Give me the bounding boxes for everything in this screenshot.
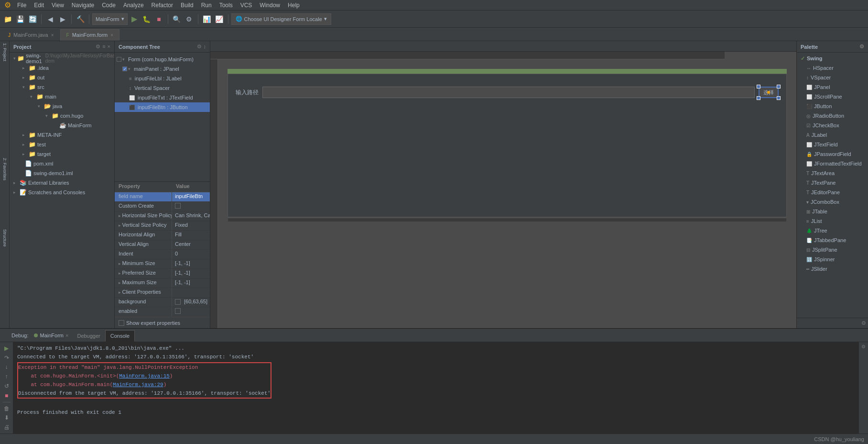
form-path-input[interactable] (262, 87, 755, 98)
palette-jtextfield[interactable]: ⬜ JTextField (797, 140, 868, 149)
step-into-btn[interactable]: ↓ (2, 363, 11, 372)
enabled-checkbox[interactable] (175, 308, 181, 314)
menu-edit[interactable]: Edit (30, 1, 48, 10)
clear-console-btn[interactable]: 🗑 (2, 404, 11, 413)
tree-item-mainform-class[interactable]: ▸ ☕ MainForm (10, 121, 114, 130)
step-over-btn[interactable]: ↷ (2, 354, 11, 362)
prop-row-minsize[interactable]: Minimum Size [-1, -1] (115, 259, 210, 269)
palette-jradiobutton[interactable]: ◎ JRadioButton (797, 111, 868, 121)
search-btn[interactable]: 🔍 (171, 13, 183, 25)
palette-jtable[interactable]: ⊞ JTable (797, 207, 868, 216)
prop-row-fieldname[interactable]: field name inputFileBtn (115, 192, 210, 202)
comp-tree-expand-icon[interactable]: ↕ (204, 44, 206, 50)
resume-btn[interactable]: ▶ (2, 344, 11, 353)
menu-tools[interactable]: Tools (216, 1, 237, 10)
menu-refactor[interactable]: Refactor (148, 1, 177, 10)
mainform-link-1[interactable]: MainForm.java:15 (119, 373, 170, 379)
comp-tree-inputfilelbl[interactable]: ≡ inputFileLbl : JLabel (115, 74, 210, 83)
palette-jlist[interactable]: ≡ JList (797, 216, 868, 226)
mainform-link-2[interactable]: MainForm.java:29 (113, 382, 163, 388)
debug-btn[interactable]: 🐛 (141, 13, 152, 25)
menu-build[interactable]: Build (177, 1, 197, 10)
comp-tree-mainpanel[interactable]: ✓ ▾ mainPanel : JPanel (115, 64, 210, 74)
debug-settings-icon[interactable]: ⚙ (861, 344, 866, 349)
tree-item-ext-libs[interactable]: ▸ 📚 External Libraries (10, 178, 114, 188)
comp-tree-vspacer[interactable]: ↕ Vertical Spacer (115, 83, 210, 93)
palette-jtextarea[interactable]: T JTextArea (797, 168, 868, 178)
coverage-btn[interactable]: 📊 (201, 13, 213, 25)
menu-run[interactable]: Run (197, 1, 216, 10)
custom-create-checkbox[interactable] (175, 203, 181, 209)
save-btn[interactable]: 💾 (14, 13, 26, 25)
show-expert-props-btn[interactable]: Show expert properties (115, 317, 210, 328)
print-btn[interactable]: 🖨 (2, 423, 11, 432)
palette-jsplitpane[interactable]: ⊟ JSplitPane (797, 245, 868, 255)
project-sidebar-icon[interactable]: 1: Project (2, 43, 7, 61)
palette-jpasswordfield[interactable]: 🔒 JPasswordField (797, 149, 868, 159)
menu-navigate[interactable]: Navigate (68, 1, 98, 10)
palette-swing-header[interactable]: ✓ Swing (797, 54, 868, 63)
comp-tree-inputfiletxt[interactable]: ⬜ inputFileTxt : JTextField (115, 93, 210, 102)
sync-btn[interactable]: 🔄 (27, 13, 38, 25)
form-container[interactable]: 输入路径 选择 (228, 74, 787, 217)
tree-item-comhugo[interactable]: ▾ 📁 com.hugo (10, 111, 114, 121)
debug-tab-debugger[interactable]: Debugger (72, 330, 105, 342)
tree-item-out[interactable]: ▸ 📁 out (10, 73, 114, 82)
palette-jlabel[interactable]: A JLabel (797, 130, 868, 140)
new-project-btn[interactable]: 📁 (2, 13, 13, 25)
tree-item-target[interactable]: ▸ 📁 target (10, 149, 114, 159)
prop-row-maxsize[interactable]: Maximum Size [-1, -1] (115, 278, 210, 288)
prop-row-valign[interactable]: Vertical Align Center (115, 240, 210, 250)
form-scroll-area[interactable]: 输入路径 选择 (218, 59, 796, 328)
menu-code[interactable]: Code (98, 1, 119, 10)
menu-view[interactable]: View (48, 1, 68, 10)
menu-vcs[interactable]: VCS (237, 1, 256, 10)
favorites-sidebar-icon[interactable]: Structure (2, 229, 7, 247)
menu-help[interactable]: Help (284, 1, 304, 10)
palette-jtree[interactable]: 🌲 JTree (797, 226, 868, 235)
profile-btn[interactable]: 📈 (214, 13, 225, 25)
resize-handle-tr[interactable] (777, 85, 781, 89)
tab-mainform-java[interactable]: J MainForm.java × (2, 29, 60, 41)
comp-tree-gear-icon[interactable]: ⚙ (197, 44, 202, 50)
prop-row-prefsize[interactable]: Preferred Size [-1, -1] (115, 269, 210, 278)
scroll-end-btn[interactable]: ⬇ (2, 413, 11, 422)
forward-btn[interactable]: ▶ (57, 13, 68, 25)
back-btn[interactable]: ◀ (44, 13, 56, 25)
panel-close-icon[interactable]: × (108, 44, 110, 50)
palette-jscrollpane[interactable]: ⬜ JScrollPane (797, 92, 868, 101)
tree-item-main[interactable]: ▾ 📁 main (10, 92, 114, 101)
tree-item-metainf[interactable]: ▸ 📁 META-INF (10, 130, 114, 140)
prop-row-hsize[interactable]: Horizontal Size Policy Can Shrink, Can G… (115, 211, 210, 221)
panel-settings-icon[interactable]: ≡ (102, 44, 105, 50)
build-btn[interactable]: 🔨 (75, 13, 86, 25)
palette-jspinner[interactable]: 🔢 JSpinner (797, 255, 868, 264)
palette-jslider[interactable]: ━ JSlider (797, 264, 868, 274)
palette-settings-icon[interactable]: ⚙ (859, 44, 864, 50)
prop-row-customcreate[interactable]: Custom Create (115, 202, 210, 211)
prop-row-vsize[interactable]: Vertical Size Policy Fixed (115, 221, 210, 231)
palette-jcombobox[interactable]: ▾ JComboBox (797, 197, 868, 207)
locale-btn[interactable]: 🌐 Choose UI Designer Form Locale ▾ (231, 13, 331, 25)
menu-file[interactable]: File (13, 1, 30, 10)
tree-item-idea[interactable]: ▸ 📁 .idea (10, 63, 114, 73)
palette-jpanel[interactable]: ⬜ JPanel (797, 82, 868, 92)
stop-debug-btn[interactable]: ■ (2, 391, 11, 400)
tree-item-scratches[interactable]: ▸ 📝 Scratches and Consoles (10, 188, 114, 197)
close-tab-form[interactable]: × (110, 33, 113, 38)
designer-canvas[interactable]: 输入路径 选择 (210, 52, 796, 328)
prop-row-indent[interactable]: Indent 0 (115, 250, 210, 259)
tree-item-swing-demo1[interactable]: ▾ 📁 swing-demo1 D:\hugo\MyJavaFiles\xsy\… (10, 54, 114, 63)
stop-btn[interactable]: ■ (153, 13, 165, 25)
close-tab-java[interactable]: × (51, 33, 54, 38)
palette-jbutton[interactable]: ⬛ JButton (797, 101, 868, 111)
rerun-btn[interactable]: ↺ (2, 382, 11, 390)
palette-jcheckbox[interactable]: ☑ JCheckBox (797, 121, 868, 130)
menu-analyze[interactable]: Analyze (119, 1, 148, 10)
resize-handle-tl[interactable] (757, 85, 760, 89)
palette-footer-settings-icon[interactable]: ⚙ (861, 320, 866, 326)
comp-tree-inputfilebtn[interactable]: ⬛ inputFileBtn : JButton (115, 102, 210, 112)
palette-jtextpane[interactable]: T JTextPane (797, 178, 868, 188)
resize-handle-bl[interactable] (757, 96, 760, 100)
step-out-btn[interactable]: ↑ (2, 372, 11, 381)
